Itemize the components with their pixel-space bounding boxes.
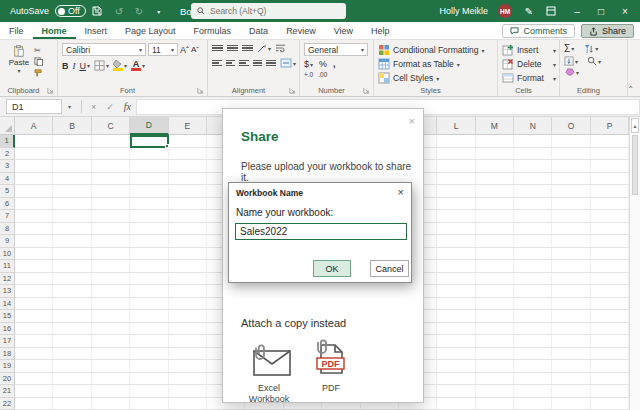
grid-cell-B7[interactable] xyxy=(53,210,91,223)
grid-cell-D13[interactable] xyxy=(130,285,168,298)
grid-cell-N9[interactable] xyxy=(514,235,552,248)
grid-cell-O6[interactable] xyxy=(552,198,590,211)
grid-cell-B12[interactable] xyxy=(53,273,91,286)
row-header-11[interactable]: 11 xyxy=(0,260,15,273)
grid-cell-B15[interactable] xyxy=(53,310,91,323)
grid-cell-E10[interactable] xyxy=(169,248,207,261)
grid-cell-L11[interactable] xyxy=(437,260,475,273)
grid-cell-E4[interactable] xyxy=(169,173,207,186)
quick-access-caret-icon[interactable]: ▾ xyxy=(152,8,166,15)
grid-cell-A5[interactable] xyxy=(15,185,53,198)
grid-cell-N14[interactable] xyxy=(514,298,552,311)
grid-cell-E16[interactable] xyxy=(169,323,207,336)
grid-cell-O2[interactable] xyxy=(552,148,590,161)
align-middle-icon[interactable] xyxy=(227,45,238,52)
grid-cell-O13[interactable] xyxy=(552,285,590,298)
grid-cell-L16[interactable] xyxy=(437,323,475,336)
grid-cell-L12[interactable] xyxy=(437,273,475,286)
grid-cell-M5[interactable] xyxy=(476,185,514,198)
grid-cell-D3[interactable] xyxy=(130,160,168,173)
wrap-text-icon[interactable] xyxy=(275,43,286,53)
autosum-button[interactable]: Σ▾ xyxy=(564,43,574,54)
grid-cell-C11[interactable] xyxy=(92,260,130,273)
grid-cell-C3[interactable] xyxy=(92,160,130,173)
grid-cell-A17[interactable] xyxy=(15,335,53,348)
grid-cell-A3[interactable] xyxy=(15,160,53,173)
grid-cell-D1[interactable] xyxy=(130,135,168,148)
grid-cell-D18[interactable] xyxy=(130,348,168,361)
grid-cell-B3[interactable] xyxy=(53,160,91,173)
grid-cell-M15[interactable] xyxy=(476,310,514,323)
grid-cell-L6[interactable] xyxy=(437,198,475,211)
grid-cell-C9[interactable] xyxy=(92,235,130,248)
align-top-icon[interactable] xyxy=(212,45,223,52)
grid-cell-E14[interactable] xyxy=(169,298,207,311)
grid-cell-N3[interactable] xyxy=(514,160,552,173)
grid-cell-A14[interactable] xyxy=(15,298,53,311)
grid-cell-M1[interactable] xyxy=(476,135,514,148)
grid-cell-L9[interactable] xyxy=(437,235,475,248)
grid-cell-N18[interactable] xyxy=(514,348,552,361)
maximize-button[interactable]: □ xyxy=(594,6,608,17)
user-name[interactable]: Holly Meikle xyxy=(439,6,488,16)
grid-cell-N4[interactable] xyxy=(514,173,552,186)
grid-cell-C5[interactable] xyxy=(92,185,130,198)
cancel-button[interactable]: Cancel xyxy=(370,260,409,277)
grid-cell-L2[interactable] xyxy=(437,148,475,161)
grid-cell-L21[interactable] xyxy=(437,385,475,398)
column-header-C[interactable]: C xyxy=(92,117,130,135)
grid-cell-O12[interactable] xyxy=(552,273,590,286)
grid-cell-O16[interactable] xyxy=(552,323,590,336)
grid-cell-C13[interactable] xyxy=(92,285,130,298)
grid-cell-P3[interactable] xyxy=(591,160,629,173)
grid-cell-E3[interactable] xyxy=(169,160,207,173)
grid-cell-E20[interactable] xyxy=(169,373,207,386)
grid-cell-C8[interactable] xyxy=(92,223,130,236)
grid-cell-P9[interactable] xyxy=(591,235,629,248)
grid-cell-E2[interactable] xyxy=(169,148,207,161)
scrollbar-thumb[interactable] xyxy=(632,135,638,195)
grid-cell-B20[interactable] xyxy=(53,373,91,386)
row-header-14[interactable]: 14 xyxy=(0,298,15,311)
grid-cell-E18[interactable] xyxy=(169,348,207,361)
grid-cell-C16[interactable] xyxy=(92,323,130,336)
grid-cell-L17[interactable] xyxy=(437,335,475,348)
row-header-3[interactable]: 3 xyxy=(0,160,15,173)
column-header-P[interactable]: P xyxy=(591,117,629,135)
grid-cell-O5[interactable] xyxy=(552,185,590,198)
insert-function-button[interactable]: fx xyxy=(124,101,131,112)
select-all-corner[interactable] xyxy=(0,117,15,135)
tab-file[interactable]: File xyxy=(0,22,33,39)
cut-icon[interactable]: ✂ xyxy=(34,46,43,55)
clipboard-dialog-launcher-icon[interactable] xyxy=(47,87,54,94)
grid-cell-B9[interactable] xyxy=(53,235,91,248)
italic-button[interactable]: I xyxy=(73,61,76,71)
grid-cell-O11[interactable] xyxy=(552,260,590,273)
row-header-20[interactable]: 20 xyxy=(0,373,15,386)
grid-cell-P19[interactable] xyxy=(591,360,629,373)
column-header-M[interactable]: M xyxy=(476,117,514,135)
grid-cell-M11[interactable] xyxy=(476,260,514,273)
format-cells-button[interactable]: Format▾ xyxy=(502,72,556,84)
tab-formulas[interactable]: Formulas xyxy=(185,22,241,39)
number-dialog-launcher-icon[interactable] xyxy=(363,87,370,94)
grid-cell-D10[interactable] xyxy=(130,248,168,261)
close-button[interactable]: × xyxy=(618,6,632,17)
decrease-decimal-icon[interactable]: .00 xyxy=(318,71,327,78)
orientation-button[interactable]: ▾ xyxy=(257,43,271,53)
name-box-caret-icon[interactable]: ▾ xyxy=(68,103,71,110)
delete-cells-button[interactable]: Delete▾ xyxy=(502,58,556,70)
grid-cell-D20[interactable] xyxy=(130,373,168,386)
grid-cell-M3[interactable] xyxy=(476,160,514,173)
grid-cell-P6[interactable] xyxy=(591,198,629,211)
accounting-format-button[interactable]: $▾ xyxy=(304,59,313,69)
grid-cell-O10[interactable] xyxy=(552,248,590,261)
find-select-button[interactable]: ▾ xyxy=(587,56,601,66)
grid-cell-M8[interactable] xyxy=(476,223,514,236)
search-input[interactable] xyxy=(210,6,330,16)
grid-cell-B13[interactable] xyxy=(53,285,91,298)
grid-cell-M9[interactable] xyxy=(476,235,514,248)
grid-cell-N22[interactable] xyxy=(514,398,552,410)
workbook-name-input[interactable] xyxy=(235,223,407,240)
grid-cell-O7[interactable] xyxy=(552,210,590,223)
